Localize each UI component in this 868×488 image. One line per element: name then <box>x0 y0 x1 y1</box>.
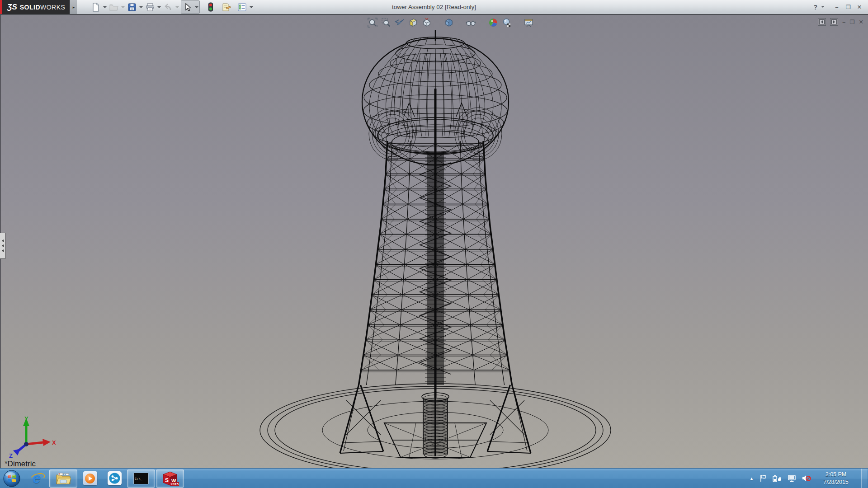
open-document-dropdown <box>120 1 126 13</box>
collapse-arrow-icon <box>2 244 4 247</box>
new-document-dropdown[interactable] <box>102 1 108 13</box>
edit-appearance-button[interactable] <box>488 17 498 28</box>
network-status-button[interactable] <box>788 475 796 482</box>
options-button[interactable] <box>236 1 248 13</box>
zoom-to-area-button[interactable] <box>381 17 391 28</box>
options-list-icon <box>237 3 247 12</box>
apply-scene-button[interactable] <box>501 17 512 28</box>
undo-arrow-icon <box>164 3 173 12</box>
start-button[interactable] <box>2 469 21 488</box>
open-document-button <box>108 1 120 13</box>
cmd-prompt-text: C:\_ <box>135 477 142 481</box>
file-properties-button[interactable] <box>220 1 232 13</box>
new-document-icon <box>91 3 100 12</box>
action-center-flag-button[interactable] <box>760 474 767 482</box>
zoom-to-fit-button[interactable] <box>367 17 377 28</box>
menu-expand-button[interactable]: ▸ <box>70 0 77 14</box>
desktop: { "titlebar": { "logo_glyph": "ƷS", "bra… <box>0 0 868 488</box>
feature-manager-collapsed-tab[interactable] <box>0 233 5 259</box>
taskbar-internet-explorer[interactable]: e <box>25 469 48 488</box>
pane-left-arrow-icon <box>819 19 825 24</box>
taskbar-sharing-app[interactable] <box>103 469 126 488</box>
previous-view-icon <box>395 18 405 28</box>
window-title: tower Assembly 02 [Read-only] <box>392 0 476 14</box>
sw-letter-s: S <box>165 477 169 483</box>
power-status-button[interactable] <box>773 475 782 482</box>
taskbar: e C:\_ <box>0 468 868 488</box>
save-dropdown[interactable] <box>138 1 144 13</box>
select-cursor-icon <box>184 3 192 12</box>
close-button[interactable]: ✕ <box>854 4 864 10</box>
show-desktop-button[interactable] <box>861 469 867 488</box>
appearance-sphere-icon <box>488 18 498 28</box>
collapse-arrow-icon <box>2 239 4 242</box>
windows-explorer-icon <box>56 472 71 485</box>
expand-arrow-icon: ▸ <box>73 5 75 9</box>
print-button[interactable] <box>144 1 156 13</box>
solidworks-menu-logo[interactable]: ƷS SOLIDWORKS <box>0 0 70 14</box>
options-dropdown[interactable] <box>248 1 254 13</box>
zoom-to-area-icon <box>381 18 391 28</box>
collapse-arrow-icon <box>2 249 4 252</box>
taskbar-windows-explorer[interactable] <box>49 469 77 488</box>
taskbar-media-player[interactable] <box>78 469 102 488</box>
view-orientation-icon <box>422 18 432 28</box>
power-plug-icon <box>773 475 782 482</box>
reference-triad: Y X Z <box>5 415 58 459</box>
tray-time: 2:05 PM <box>817 471 855 479</box>
previous-view-button[interactable] <box>394 17 405 28</box>
display-style-button[interactable] <box>443 17 454 28</box>
hide-show-items-button[interactable] <box>466 17 476 28</box>
zoom-to-fit-icon <box>368 18 377 28</box>
section-view-button[interactable] <box>408 17 418 28</box>
headsup-view-toolbar <box>367 17 534 28</box>
document-minimize-button[interactable]: – <box>842 19 845 25</box>
view-orientation-button[interactable] <box>421 17 432 28</box>
printer-icon <box>145 3 155 12</box>
save-floppy-icon <box>127 3 137 12</box>
pane-right-arrow-icon <box>831 19 837 24</box>
file-properties-icon <box>222 3 231 12</box>
view-orientation-label: *Dimetric <box>5 460 36 469</box>
select-tool-dropdown[interactable] <box>193 1 199 13</box>
print-dropdown[interactable] <box>156 1 162 13</box>
help-dropdown[interactable] <box>820 1 826 13</box>
triad-y-label: Y <box>24 415 28 422</box>
help-button[interactable]: ? <box>812 4 818 11</box>
document-close-button[interactable]: ✕ <box>859 19 863 25</box>
show-hidden-icons-button[interactable]: ▲ <box>750 476 754 481</box>
view-settings-button[interactable] <box>524 17 534 28</box>
view-settings-icon <box>524 18 534 28</box>
titlebar: ƷS SOLIDWORKS ▸ <box>0 0 868 14</box>
save-button[interactable] <box>126 1 138 13</box>
volume-muted-button[interactable] <box>802 474 811 482</box>
document-window-controls: – ❐ ✕ <box>818 18 863 26</box>
wireframe-tower-model[interactable] <box>0 15 868 469</box>
section-view-icon <box>408 18 418 28</box>
volume-muted-icon <box>802 474 811 482</box>
tray-date: 7/28/2015 <box>817 479 855 486</box>
brand-name-bold: SOLID <box>20 4 40 11</box>
glasses-icon <box>466 18 476 28</box>
minimize-button[interactable]: – <box>832 4 842 10</box>
left-pane-toggle[interactable] <box>818 18 826 26</box>
ds-logo-icon: ƷS <box>7 3 17 12</box>
select-tool-button[interactable] <box>181 1 193 13</box>
tray-clock[interactable]: 2:05 PM 7/28/2015 <box>817 471 855 486</box>
taskbar-command-prompt[interactable]: C:\_ <box>127 469 155 488</box>
media-player-icon <box>83 471 97 485</box>
traffic-light-tool-button[interactable] <box>204 1 217 13</box>
select-tool-group <box>181 0 200 14</box>
window-controls: ? – ❐ ✕ <box>812 0 864 14</box>
graphics-viewport: – ❐ ✕ Y X Z *Dimetric <box>0 14 868 469</box>
display-style-icon <box>444 18 454 28</box>
right-pane-toggle[interactable] <box>830 18 838 26</box>
standard-toolbar <box>90 0 254 14</box>
taskbar-solidworks[interactable]: S W 2015 <box>156 469 184 488</box>
open-folder-icon <box>109 3 119 12</box>
restore-button[interactable]: ❐ <box>843 4 853 10</box>
document-restore-button[interactable]: ❐ <box>849 19 854 25</box>
system-tray: ▲ <box>750 469 868 488</box>
flag-icon <box>760 474 767 482</box>
new-document-button[interactable] <box>90 1 102 13</box>
